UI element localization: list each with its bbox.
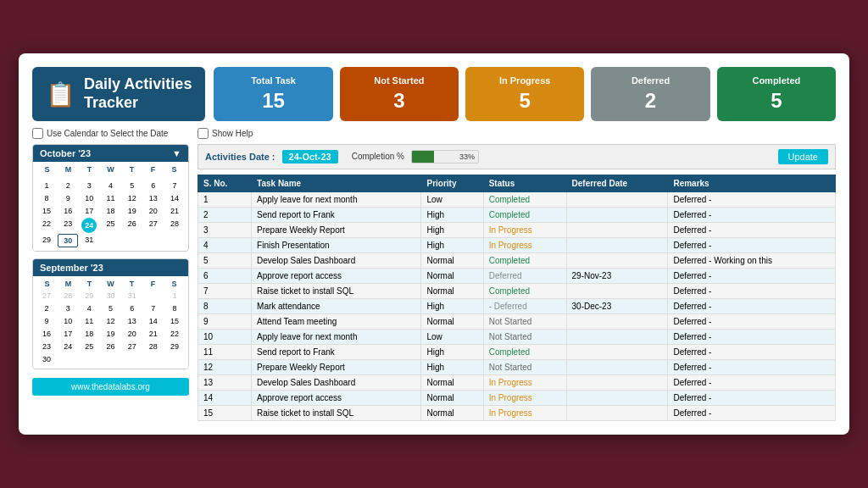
cal-day[interactable]: 30 — [100, 290, 120, 302]
cal-day[interactable]: 25 — [79, 341, 99, 352]
use-calendar-checkbox[interactable] — [32, 128, 43, 139]
cell-sno: 9 — [198, 313, 252, 329]
cal-day[interactable]: 15 — [36, 205, 57, 217]
cal-day[interactable]: 15 — [164, 315, 185, 327]
use-calendar-row[interactable]: Use Calendar to Select the Date — [32, 128, 189, 139]
cal-day[interactable]: 16 — [58, 205, 78, 217]
main-card: 📋 Daily Activities Tracker Total Task 15… — [19, 53, 849, 434]
cal-day[interactable]: 19 — [100, 328, 120, 340]
cal-day[interactable]: 4 — [79, 302, 99, 314]
cal-day[interactable]: 24 — [81, 218, 97, 233]
cal-day[interactable]: 23 — [36, 341, 57, 352]
cal-day[interactable]: 13 — [143, 192, 164, 204]
cal-day[interactable]: 27 — [122, 341, 142, 352]
cal-day[interactable]: 12 — [100, 315, 120, 327]
table-row[interactable]: 4 Finish Presentation High In Progress D… — [198, 237, 836, 252]
cal-day — [143, 175, 164, 179]
cal-day[interactable]: 18 — [100, 205, 120, 217]
cal-day[interactable]: 27 — [36, 290, 57, 302]
cal-day[interactable]: 17 — [58, 328, 78, 340]
cal-day[interactable]: 18 — [79, 328, 99, 340]
cal-day[interactable]: 9 — [36, 315, 57, 327]
cal-day[interactable]: 16 — [36, 328, 57, 340]
cal-day[interactable]: 21 — [143, 328, 164, 340]
cal-day[interactable]: 20 — [122, 328, 142, 340]
cal-day[interactable]: 19 — [122, 205, 142, 217]
table-row[interactable]: 14 Approve report access Normal In Progr… — [198, 390, 836, 405]
cal-day[interactable]: 20 — [143, 205, 164, 217]
cal-day[interactable]: 3 — [79, 180, 99, 191]
cal-day[interactable]: 6 — [122, 302, 142, 314]
cal-day[interactable]: 3 — [58, 302, 78, 314]
cell-task: Approve report access — [252, 390, 421, 405]
cal-day[interactable]: 27 — [143, 218, 164, 233]
table-row[interactable]: 7 Raise ticket to install SQL Normal Com… — [198, 283, 836, 298]
cal-nav-arrow[interactable]: ▼ — [172, 148, 181, 158]
cal-day[interactable]: 14 — [164, 192, 185, 204]
update-button[interactable]: Update — [778, 149, 828, 164]
cal-day[interactable]: 7 — [143, 302, 164, 314]
cell-task: Mark attendance — [252, 298, 421, 313]
website-link[interactable]: www.thedatalabs.org — [32, 378, 189, 396]
cal-day[interactable]: 7 — [164, 180, 185, 191]
cell-status: Completed — [483, 191, 566, 207]
cal-day[interactable]: 5 — [122, 180, 142, 191]
cal-day[interactable]: 22 — [36, 218, 57, 233]
cal-day[interactable]: 25 — [100, 218, 120, 233]
table-row[interactable]: 8 Mark attendance High - Deferred 30-Dec… — [198, 298, 836, 313]
table-row[interactable]: 6 Approve report access Normal Deferred … — [198, 268, 836, 283]
cal-day[interactable]: 4 — [100, 180, 120, 191]
left-panel: Use Calendar to Select the Date October … — [32, 128, 189, 421]
cell-priority: Normal — [421, 252, 483, 268]
table-row[interactable]: 12 Prepare Weekly Report High Not Starte… — [198, 359, 836, 374]
cell-remarks: Deferred - — [668, 283, 836, 298]
show-help-checkbox[interactable] — [198, 128, 209, 139]
cal-day[interactable]: 2 — [36, 302, 57, 314]
cal-day[interactable]: 2 — [58, 180, 78, 191]
table-row[interactable]: 9 Attend Team meeting Normal Not Started… — [198, 313, 836, 329]
cal-day[interactable]: 10 — [58, 315, 78, 327]
cell-remarks: Deferred - — [668, 222, 836, 237]
cal-day[interactable]: 8 — [36, 192, 57, 204]
table-row[interactable]: 13 Develop Sales Dashboard Normal In Pro… — [198, 374, 836, 390]
table-row[interactable]: 3 Prepare Weekly Report High In Progress… — [198, 222, 836, 237]
cal-day[interactable]: 6 — [143, 180, 164, 191]
table-row[interactable]: 2 Send report to Frank High Completed De… — [198, 207, 836, 222]
cal-day[interactable]: 29 — [79, 290, 99, 302]
cal-day — [164, 175, 185, 179]
cal-day[interactable]: 28 — [164, 218, 185, 233]
cal-day[interactable]: 31 — [79, 234, 99, 247]
show-help-row[interactable]: Show Help — [198, 128, 836, 139]
table-row[interactable]: 5 Develop Sales Dashboard Normal Complet… — [198, 252, 836, 268]
cal-day[interactable]: 28 — [58, 290, 78, 302]
cal-day[interactable]: 23 — [58, 218, 78, 233]
cal-day[interactable]: 29 — [36, 234, 57, 247]
cal-day[interactable]: 9 — [58, 192, 78, 204]
cell-remarks: Deferred - — [668, 191, 836, 207]
table-row[interactable]: 10 Apply leave for next month Low Not St… — [198, 329, 836, 344]
cal-day[interactable]: 26 — [122, 218, 142, 233]
cal-day[interactable]: 31 — [122, 290, 142, 302]
cal-day[interactable]: 22 — [164, 328, 185, 340]
cal-day[interactable]: 12 — [122, 192, 142, 204]
cal-day[interactable]: 30 — [36, 353, 57, 365]
cal-day[interactable]: 10 — [79, 192, 99, 204]
cal-day[interactable]: 11 — [100, 192, 120, 204]
table-row[interactable]: 1 Apply leave for next month Low Complet… — [198, 191, 836, 207]
cal-day[interactable]: 1 — [164, 290, 185, 302]
cal-day[interactable]: 11 — [79, 315, 99, 327]
cal-day[interactable]: 17 — [79, 205, 99, 217]
cal-day[interactable]: 30 — [58, 234, 78, 247]
cal-day[interactable]: 29 — [164, 341, 185, 352]
table-row[interactable]: 11 Send report to Frank High Completed D… — [198, 344, 836, 359]
cal-day[interactable]: 5 — [100, 302, 120, 314]
cal-day[interactable]: 24 — [58, 341, 78, 352]
cal-day[interactable]: 1 — [36, 180, 57, 191]
table-row[interactable]: 15 Raise ticket to install SQL Normal In… — [198, 405, 836, 420]
cal-day[interactable]: 8 — [164, 302, 185, 314]
cal-day[interactable]: 28 — [143, 341, 164, 352]
cal-day[interactable]: 13 — [122, 315, 142, 327]
cal-day[interactable]: 26 — [100, 341, 120, 352]
cal-day[interactable]: 21 — [164, 205, 185, 217]
cal-day[interactable]: 14 — [143, 315, 164, 327]
